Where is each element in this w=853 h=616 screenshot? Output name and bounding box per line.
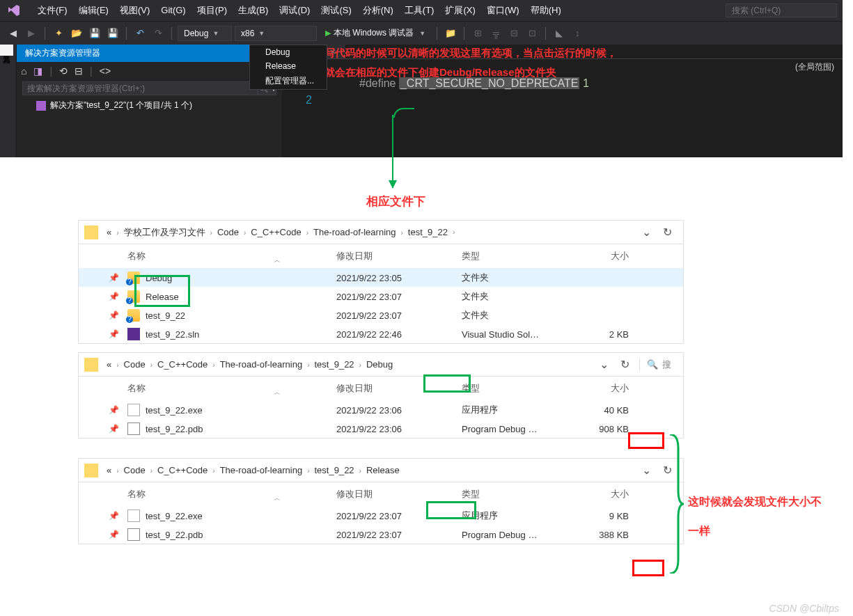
toolbar-icon[interactable]: ↕ bbox=[570, 26, 585, 41]
pin-icon[interactable]: 📌 bbox=[100, 405, 127, 415]
solution-search-input[interactable] bbox=[22, 81, 258, 95]
global-search-input[interactable] bbox=[726, 3, 837, 17]
toolbar-icon[interactable]: ⊟ bbox=[506, 26, 522, 41]
pin-icon[interactable]: 📌 bbox=[100, 530, 127, 539]
col-size-header[interactable]: 大小 bbox=[573, 250, 629, 262]
refresh-icon[interactable]: ↻ bbox=[657, 226, 678, 239]
crumb-item[interactable]: Release bbox=[363, 464, 402, 477]
col-size-header[interactable]: 大小 bbox=[573, 382, 629, 395]
nav-back-icon[interactable]: ◀ bbox=[6, 26, 21, 41]
toolbar-icon[interactable]: ⊞ bbox=[470, 26, 485, 41]
platform-dropdown[interactable]: x86▼ bbox=[235, 26, 317, 41]
col-name-header[interactable]: 名称 bbox=[127, 250, 336, 262]
file-row[interactable]: 📌 test_9_22.pdb 2021/9/22 23:07 Program … bbox=[79, 525, 683, 544]
annotation-arrow bbox=[393, 108, 414, 118]
menu-项目(P)[interactable]: 项目(P) bbox=[191, 3, 233, 17]
refresh-icon[interactable]: ↻ bbox=[614, 358, 635, 371]
col-type-header[interactable]: 类型 bbox=[462, 250, 573, 262]
dropdown-icon[interactable]: ⌄ bbox=[636, 464, 657, 477]
crumb-item[interactable]: 学校工作及学习文件 bbox=[121, 226, 208, 239]
crumb-item[interactable]: « bbox=[104, 226, 114, 239]
solution-root-item[interactable]: 解决方案"test_9_22"(1 个项目/共 1 个) bbox=[17, 97, 282, 114]
crumb-item[interactable]: test_9_22 bbox=[311, 464, 357, 477]
pin-icon[interactable]: 📌 bbox=[100, 273, 127, 283]
refresh-icon[interactable]: ⟲ bbox=[59, 65, 68, 77]
crumb-item[interactable]: The-road-of-learning bbox=[217, 464, 306, 477]
menu-调试(D)[interactable]: 调试(D) bbox=[274, 3, 315, 17]
explorer-search[interactable]: 🔍 搜 bbox=[639, 358, 678, 371]
menu-分析(N)[interactable]: 分析(N) bbox=[357, 3, 399, 17]
config-dropdown[interactable]: Debug▼ bbox=[178, 26, 232, 41]
brace-annotation bbox=[667, 434, 684, 574]
open-icon[interactable]: 📂 bbox=[69, 26, 84, 41]
file-name: test_9_22.pdb bbox=[146, 424, 203, 434]
code-content[interactable]: #define _CRT_SECURE_NO_DEPRECATE 1 bbox=[318, 75, 589, 109]
code-icon[interactable]: <> bbox=[100, 65, 111, 77]
col-type-header[interactable]: 类型 bbox=[462, 382, 573, 395]
crumb-item[interactable]: test_9_22 bbox=[311, 358, 357, 371]
collapse-icon[interactable]: ⊟ bbox=[75, 65, 83, 77]
home-icon[interactable]: ⌂ bbox=[21, 65, 26, 77]
file-row[interactable]: 📌 test_9_22.sln 2021/9/22 22:46 Visual S… bbox=[79, 324, 683, 343]
nav-fwd-icon[interactable]: ▶ bbox=[24, 26, 39, 41]
col-type-header[interactable]: 类型 bbox=[462, 488, 573, 500]
file-row[interactable]: 📌 test_9_22.exe 2021/9/22 23:06 应用程序 40 … bbox=[79, 400, 683, 419]
crumb-item[interactable]: C_C++Code bbox=[155, 464, 210, 477]
col-date-header[interactable]: 修改日期 bbox=[336, 250, 462, 262]
menu-item-config-manager[interactable]: 配置管理器... bbox=[250, 73, 327, 89]
file-row[interactable]: 📌 test_9_22 2021/9/22 23:07 文件夹 bbox=[79, 306, 683, 324]
col-size-header[interactable]: 大小 bbox=[573, 488, 629, 500]
pin-icon[interactable]: 📌 bbox=[100, 511, 127, 521]
menu-生成(B)[interactable]: 生成(B) bbox=[233, 3, 274, 17]
redo-icon[interactable]: ↷ bbox=[150, 26, 166, 41]
tree-icon[interactable]: ◨ bbox=[33, 65, 42, 77]
toolbox-tab[interactable]: 工具箱 bbox=[0, 45, 13, 56]
menu-编辑(E)[interactable]: 编辑(E) bbox=[73, 3, 114, 17]
crumb-item[interactable]: The-road-of-learning bbox=[311, 226, 399, 239]
menu-item-release[interactable]: Release bbox=[250, 59, 327, 73]
crumb-item[interactable]: « bbox=[104, 358, 114, 371]
pin-icon[interactable]: 📌 bbox=[100, 424, 127, 434]
folder-icon[interactable]: 📁 bbox=[443, 26, 458, 41]
highlight-box bbox=[423, 374, 471, 393]
toolbar-icon[interactable]: ⊡ bbox=[524, 26, 540, 41]
pin-icon[interactable]: 📌 bbox=[100, 329, 127, 339]
annotation-side-text: 这时候就会发现文件大小不一样 bbox=[688, 487, 827, 545]
menu-item-debug[interactable]: Debug bbox=[250, 45, 327, 59]
bookmark-icon[interactable]: ◣ bbox=[551, 26, 567, 41]
toolbar-icon[interactable]: ╦ bbox=[488, 26, 503, 41]
menu-扩展(X)[interactable]: 扩展(X) bbox=[439, 3, 480, 17]
crumb-item[interactable]: C_C++Code bbox=[248, 226, 304, 239]
crumb-item[interactable]: C_C++Code bbox=[155, 358, 210, 371]
side-tool-tabs: 工具箱 bbox=[0, 45, 17, 157]
col-name-header[interactable]: 名称 bbox=[127, 488, 336, 500]
menu-帮助(H)[interactable]: 帮助(H) bbox=[525, 3, 567, 17]
file-name: test_9_22 bbox=[146, 310, 185, 321]
undo-icon[interactable]: ↶ bbox=[132, 26, 148, 41]
col-date-header[interactable]: 修改日期 bbox=[336, 488, 462, 500]
menu-窗口(W)[interactable]: 窗口(W) bbox=[481, 3, 525, 17]
menu-文件(F)[interactable]: 文件(F) bbox=[32, 3, 73, 17]
file-row[interactable]: 📌 test_9_22.pdb 2021/9/22 23:06 Program … bbox=[79, 419, 683, 438]
save-all-icon[interactable]: 💾 bbox=[105, 26, 120, 41]
crumb-item[interactable]: Code bbox=[121, 358, 148, 371]
dropdown-icon[interactable]: ⌄ bbox=[593, 358, 614, 371]
pin-icon[interactable]: 📌 bbox=[100, 310, 127, 320]
file-row[interactable]: 📌 test_9_22.exe 2021/9/22 23:07 应用程序 9 K… bbox=[79, 506, 683, 525]
run-button[interactable]: ▶ 本地 Windows 调试器 ▼ bbox=[320, 26, 431, 40]
crumb-item[interactable]: Code bbox=[214, 226, 242, 239]
crumb-item[interactable]: « bbox=[104, 464, 114, 477]
crumb-item[interactable]: Debug bbox=[363, 358, 396, 371]
pin-icon[interactable]: 📌 bbox=[100, 292, 127, 301]
menu-Git(G)[interactable]: Git(G) bbox=[155, 3, 191, 17]
save-icon[interactable]: 💾 bbox=[87, 26, 102, 41]
menu-工具(T)[interactable]: 工具(T) bbox=[399, 3, 440, 17]
crumb-item[interactable]: test_9_22 bbox=[405, 226, 451, 239]
menu-视图(V)[interactable]: 视图(V) bbox=[114, 3, 155, 17]
dropdown-icon[interactable]: ⌄ bbox=[636, 226, 657, 239]
menu-测试(S)[interactable]: 测试(S) bbox=[315, 3, 357, 17]
crumb-item[interactable]: The-road-of-learning bbox=[217, 358, 306, 371]
new-project-icon[interactable]: ✦ bbox=[51, 26, 66, 41]
crumb-item[interactable]: Code bbox=[121, 464, 148, 477]
col-name-header[interactable]: 名称 bbox=[127, 382, 336, 395]
